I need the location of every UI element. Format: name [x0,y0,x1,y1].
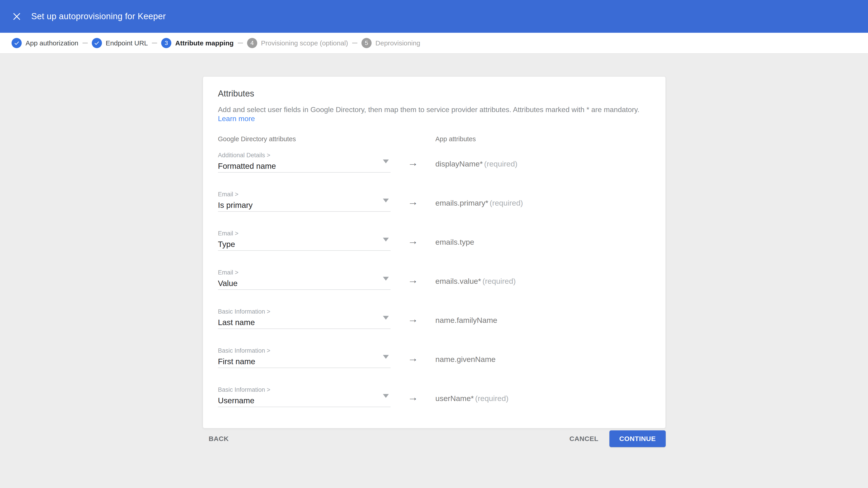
footer-right-group: CANCEL CONTINUE [563,430,666,447]
field-selected-value: Last name [218,318,391,327]
step-circle: 4 [247,38,257,48]
attribute-mapping-row: Additional Details > Formatted name → di… [218,151,651,191]
step-connector [83,43,88,43]
field-category-label: Basic Information > [218,308,391,315]
mapping-arrow-cell: → [391,308,435,347]
step-check-circle [92,38,102,48]
mapping-arrow-cell: → [391,191,435,230]
mapping-arrow-cell: → [391,230,435,269]
stepper-step[interactable]: 4 Provisioning scope (optional) [247,38,348,48]
app-attribute: userName*(required) [435,386,651,425]
google-directory-field-dropdown[interactable]: Basic Information > Last name [218,308,391,347]
attribute-mapping-rows: Additional Details > Formatted name → di… [218,151,651,425]
stepper-step[interactable]: Endpoint URL [92,38,148,48]
arrow-right-icon: → [408,235,418,247]
google-directory-field-dropdown[interactable]: Additional Details > Formatted name [218,151,391,191]
arrow-right-icon: → [408,274,418,286]
google-directory-column-header: Google Directory attributes [218,135,391,143]
google-directory-field-dropdown[interactable]: Basic Information > Username [218,386,391,425]
field-underline [218,289,391,290]
app-attribute: displayName*(required) [435,151,651,191]
google-directory-field-dropdown[interactable]: Basic Information > First name [218,347,391,386]
step-check-circle [11,38,22,48]
wizard-footer: BACK CANCEL CONTINUE [203,427,666,450]
dialog-title: Set up autoprovisioning for Keeper [31,11,166,21]
arrow-right-icon: → [408,313,418,325]
mapping-arrow-cell: → [391,347,435,386]
google-directory-field-dropdown[interactable]: Email > Type [218,230,391,269]
field-selected-value: Value [218,279,391,288]
field-underline [218,172,391,173]
mapping-arrow-cell: → [391,386,435,425]
dialog-header: Set up autoprovisioning for Keeper [0,0,868,33]
learn-more-link[interactable]: Learn more [218,115,255,123]
app-attribute-required-note: (required) [490,199,523,207]
chevron-down-icon [383,238,389,241]
step-connector [152,43,157,43]
app-attribute-name: name.givenName [435,355,495,363]
field-category-label: Basic Information > [218,386,391,394]
stepper: App authorization Endpoint URL 3 Attribu… [0,33,868,54]
field-underline [218,250,391,251]
continue-button[interactable]: CONTINUE [610,430,666,447]
app-attribute-required-note: (required) [483,277,516,285]
step-label: Endpoint URL [106,39,148,47]
app-attribute: name.givenName [435,347,651,386]
arrow-right-icon: → [408,157,418,168]
field-selected-value: Type [218,239,391,249]
stepper-step[interactable]: 3 Attribute mapping [161,38,234,48]
close-button[interactable] [10,10,23,23]
check-icon [94,40,100,46]
arrow-right-icon: → [408,196,418,207]
attribute-mapping-row: Basic Information > Username → userName*… [218,386,651,425]
arrow-right-icon: → [408,352,418,364]
field-category-label: Additional Details > [218,151,391,159]
google-directory-field-dropdown[interactable]: Email > Value [218,269,391,308]
card-description: Add and select user fields in Google Dir… [218,105,651,123]
chevron-down-icon [383,316,389,320]
chevron-down-icon [383,199,389,202]
step-label: Attribute mapping [175,39,234,47]
back-button[interactable]: BACK [203,431,235,447]
step-connector [352,43,358,43]
app-attribute: name.familyName [435,308,651,347]
arrow-right-icon: → [408,391,418,403]
app-attribute-name: emails.primary* [435,199,488,207]
check-icon [14,40,20,46]
stepper-step[interactable]: App authorization [11,38,79,48]
app-attribute: emails.value*(required) [435,269,651,308]
step-circle: 3 [161,38,171,48]
field-underline [218,328,391,329]
app-attribute-name: name.familyName [435,316,497,324]
field-category-label: Email > [218,230,391,237]
close-icon [13,12,21,21]
app-attribute-name: emails.type [435,238,474,246]
attribute-mapping-row: Basic Information > Last name → name.fam… [218,308,651,347]
attribute-mapping-row: Email > Is primary → emails.primary*(req… [218,191,651,230]
attribute-mapping-row: Email > Type → emails.type [218,230,651,269]
mapping-arrow-cell: → [391,151,435,191]
chevron-down-icon [383,355,389,359]
attributes-card: Attributes Add and select user fields in… [203,76,666,428]
step-label: App authorization [26,39,79,47]
field-category-label: Email > [218,191,391,198]
column-spacer [391,135,435,143]
stepper-step[interactable]: 5 Deprovisioning [362,38,420,48]
step-connector [238,43,243,43]
column-headers: Google Directory attributes App attribut… [218,135,651,143]
field-selected-value: Is primary [218,200,391,210]
step-label: Deprovisioning [375,39,420,47]
field-selected-value: First name [218,357,391,366]
app-attributes-column-header: App attributes [435,135,651,143]
field-category-label: Email > [218,269,391,276]
field-underline [218,407,391,407]
card-title: Attributes [218,88,651,99]
cancel-button[interactable]: CANCEL [563,431,604,447]
chevron-down-icon [383,394,389,398]
app-attribute-name: userName* [435,394,474,402]
field-underline [218,211,391,212]
app-attribute-required-note: (required) [475,394,508,402]
app-attribute-name: displayName* [435,160,483,168]
google-directory-field-dropdown[interactable]: Email > Is primary [218,191,391,230]
field-underline [218,367,391,368]
